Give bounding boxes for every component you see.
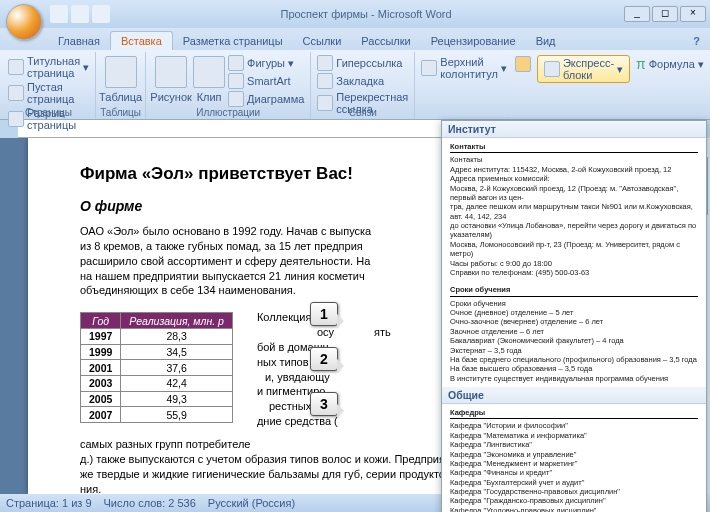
hyperlink-button[interactable]: Гиперссылка bbox=[315, 54, 410, 72]
qat-redo[interactable] bbox=[92, 5, 110, 23]
smartart-button[interactable]: SmartArt bbox=[226, 72, 306, 90]
window-title: Проспект фирмы - Microsoft Word bbox=[110, 8, 622, 20]
callout-2: 2 bbox=[310, 347, 338, 371]
close-button[interactable]: × bbox=[680, 6, 706, 22]
minimize-button[interactable]: _ bbox=[624, 6, 650, 22]
table-icon bbox=[105, 56, 137, 88]
table-row: 200549,3 bbox=[81, 391, 233, 407]
bookmark-icon bbox=[317, 73, 333, 89]
shapes-icon bbox=[228, 55, 244, 71]
help-icon[interactable]: ? bbox=[683, 32, 710, 50]
qat-undo[interactable] bbox=[71, 5, 89, 23]
tab-home[interactable]: Главная bbox=[48, 32, 110, 50]
bookmark-button[interactable]: Закладка bbox=[315, 72, 410, 90]
formula-button[interactable]: π Формула ▾ bbox=[634, 55, 706, 73]
data-table: ГодРеализация, млн. р 199728,3 199934,5 … bbox=[80, 312, 233, 423]
word-count[interactable]: Число слов: 2 536 bbox=[104, 497, 196, 509]
page-status[interactable]: Страница: 1 из 9 bbox=[6, 497, 92, 509]
pane-category: Общие bbox=[442, 387, 706, 404]
tab-references[interactable]: Ссылки bbox=[293, 32, 352, 50]
quick-parts-pane: Институт Контакты КонтактыАдрес институт… bbox=[441, 120, 707, 512]
building-block-item[interactable]: Сроки обучения Сроки обученияОчное (днев… bbox=[442, 281, 706, 387]
callout-3: 3 bbox=[310, 392, 338, 416]
ribbon-tabs: Главная Вставка Разметка страницы Ссылки… bbox=[0, 28, 710, 50]
tab-mailings[interactable]: Рассылки bbox=[351, 32, 420, 50]
table-row: 200755,9 bbox=[81, 407, 233, 423]
table-button[interactable]: Таблица bbox=[100, 54, 142, 104]
smartart-icon bbox=[228, 73, 244, 89]
building-block-item[interactable]: Контакты КонтактыАдрес института: 115432… bbox=[442, 138, 706, 281]
tab-view[interactable]: Вид bbox=[526, 32, 566, 50]
table-row: 199934,5 bbox=[81, 344, 233, 360]
hyperlink-icon bbox=[317, 55, 333, 71]
header-button[interactable]: Верхний колонтитул ▾ bbox=[419, 55, 509, 81]
language-status[interactable]: Русский (Россия) bbox=[208, 497, 295, 509]
shapes-button[interactable]: Фигуры ▾ bbox=[226, 54, 306, 72]
quick-parts-button[interactable]: Экспресс-блоки ▾ bbox=[537, 55, 630, 83]
blocks-icon bbox=[544, 61, 560, 77]
tab-insert[interactable]: Вставка bbox=[110, 31, 173, 50]
table-row: 200137,6 bbox=[81, 360, 233, 376]
qat-save[interactable] bbox=[50, 5, 68, 23]
table-row: 199728,3 bbox=[81, 328, 233, 344]
chart-icon bbox=[228, 91, 244, 107]
tab-review[interactable]: Рецензирование bbox=[421, 32, 526, 50]
chart-button[interactable]: Диаграмма bbox=[226, 90, 306, 108]
office-button[interactable] bbox=[6, 4, 42, 40]
pi-icon: π bbox=[636, 56, 646, 72]
cover-icon bbox=[8, 59, 24, 75]
clip-icon bbox=[193, 56, 225, 88]
header-icon bbox=[421, 60, 437, 76]
cover-page-button[interactable]: Титульная страница ▾ bbox=[6, 54, 91, 80]
building-block-item[interactable]: Кафедры Кафедра "Истории и философии"Каф… bbox=[442, 404, 706, 512]
textbox-icon bbox=[515, 56, 531, 72]
textbox-button[interactable] bbox=[513, 55, 533, 73]
tab-layout[interactable]: Разметка страницы bbox=[173, 32, 293, 50]
callout-1: 1 bbox=[310, 302, 338, 326]
pane-category: Институт bbox=[442, 121, 706, 138]
picture-icon bbox=[155, 56, 187, 88]
blank-page-button[interactable]: Пустая страница bbox=[6, 80, 91, 106]
maximize-button[interactable]: ◻ bbox=[652, 6, 678, 22]
table-row: 200342,4 bbox=[81, 375, 233, 391]
blank-icon bbox=[8, 85, 24, 101]
